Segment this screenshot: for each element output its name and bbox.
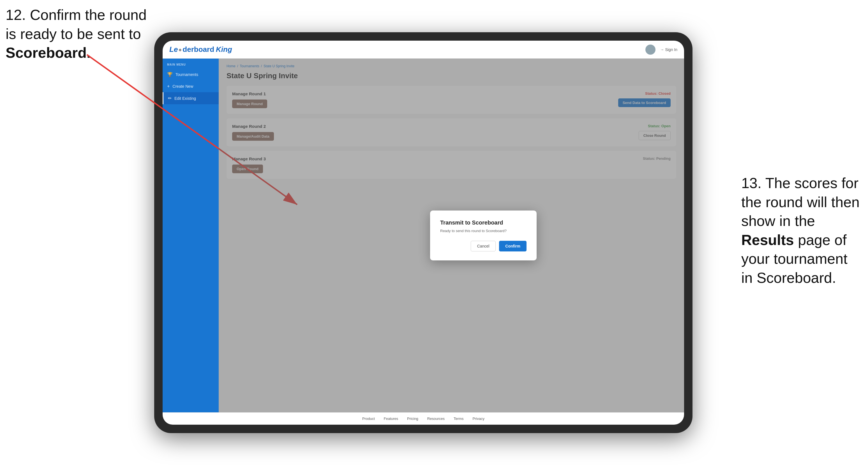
footer-link-resources[interactable]: Resources [427,416,445,421]
modal-subtitle: Ready to send this round to Scoreboard? [440,229,527,233]
annotation-line2: is ready to be sent to [6,26,141,42]
sign-in-icon: → [660,48,664,52]
sidebar-edit-existing-label: Edit Existing [175,96,196,101]
modal-actions: Cancel Confirm [440,241,527,251]
tablet-device: Le ◆ derboard King → Sign In MAIN M [154,32,692,433]
app-container: Le ◆ derboard King → Sign In MAIN M [163,41,684,425]
modal-confirm-button[interactable]: Confirm [499,241,527,251]
sign-in-label: Sign In [665,48,677,52]
modal-cancel-button[interactable]: Cancel [471,241,496,251]
footer-link-privacy[interactable]: Privacy [472,416,485,421]
sidebar: MAIN MENU 🏆 Tournaments + Create New ✏ E… [163,59,219,412]
sign-in-button[interactable]: → Sign In [660,48,677,52]
logo-accent: ◆ [179,48,182,52]
sidebar-section-label: MAIN MENU [163,63,219,68]
footer-link-product[interactable]: Product [362,416,375,421]
sidebar-create-new-label: Create New [173,84,193,89]
app-body: MAIN MENU 🏆 Tournaments + Create New ✏ E… [163,59,684,412]
annotation-right: 13. The scores for the round will then s… [741,174,860,288]
annotation-top: 12. Confirm the round is ready to be sen… [6,6,147,63]
annotation-line1: 12. Confirm the round [6,7,147,23]
sidebar-tournaments-label: Tournaments [176,72,198,77]
modal-title: Transmit to Scoreboard [440,219,527,226]
sidebar-item-create-new[interactable]: + Create New [163,81,219,92]
header-right: → Sign In [645,44,677,55]
sidebar-item-tournaments[interactable]: 🏆 Tournaments [163,68,219,81]
app-header: Le ◆ derboard King → Sign In [163,41,684,59]
sidebar-item-edit-existing[interactable]: ✏ Edit Existing [163,92,219,104]
logo: Le ◆ derboard King [169,45,232,54]
tablet-screen: Le ◆ derboard King → Sign In MAIN M [163,41,684,425]
annotation-line3: Scoreboard. [6,44,91,61]
footer-link-features[interactable]: Features [384,416,398,421]
edit-icon: ✏ [168,96,172,101]
plus-icon: + [167,84,169,89]
footer-link-terms[interactable]: Terms [454,416,463,421]
logo-king: King [216,45,232,54]
logo-text2: derboard [183,45,214,54]
logo-text: Le [169,45,178,54]
app-footer: Product Features Pricing Resources Terms… [163,412,684,425]
annotation-right-text: 13. The scores for the round will then s… [741,175,860,286]
footer-link-pricing[interactable]: Pricing [407,416,418,421]
main-content: Home / Tournaments / State U Spring Invi… [219,59,684,412]
avatar [645,44,655,55]
transmit-modal: Transmit to Scoreboard Ready to send thi… [430,211,537,260]
trophy-icon: 🏆 [167,72,173,77]
